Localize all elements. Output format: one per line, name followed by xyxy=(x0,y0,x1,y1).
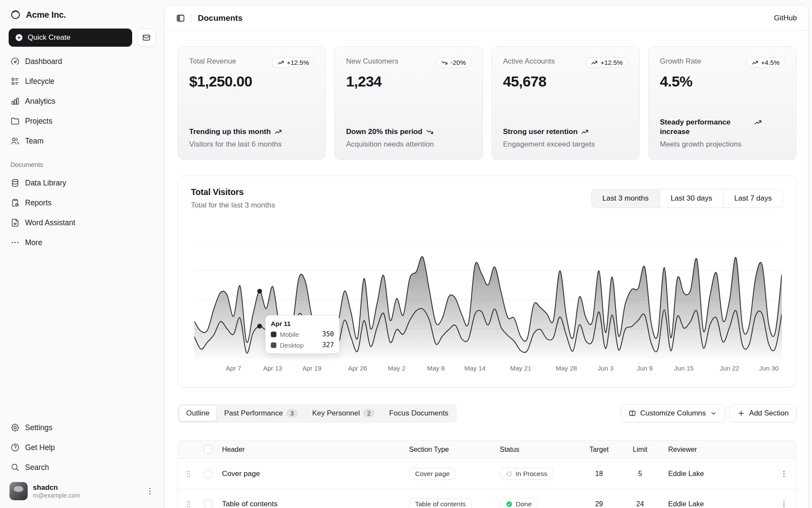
sidebar-item-get-help[interactable]: Get Help xyxy=(5,439,159,456)
col-status: Status xyxy=(495,446,582,454)
quick-create-button[interactable]: Quick Create xyxy=(9,29,132,47)
file-word-icon xyxy=(10,218,20,227)
plus-icon xyxy=(737,409,745,417)
sidebar-item-projects[interactable]: Projects xyxy=(5,112,159,130)
sidebar-item-settings[interactable]: Settings xyxy=(5,419,159,436)
stat-title: Growth Rate xyxy=(660,57,701,66)
sidebar-item-team[interactable]: Team xyxy=(5,132,159,150)
col-header: Header xyxy=(218,446,405,454)
time-range-toggle: Last 3 months Last 30 days Last 7 days xyxy=(591,189,783,208)
col-limit: Limit xyxy=(616,446,664,454)
x-tick-label: Jun 30 xyxy=(759,364,779,372)
footer-nav: Settings Get Help Search xyxy=(5,417,159,478)
stat-card-active-accounts: Active Accounts +12.5% 45,678 Strong use… xyxy=(492,46,640,160)
row-checkbox[interactable] xyxy=(204,470,213,478)
topbar: Documents GitHub xyxy=(165,6,808,31)
stat-card-growth-rate: Growth Rate +4.5% 4.5% Steady performanc… xyxy=(648,46,796,160)
row-checkbox[interactable] xyxy=(204,500,213,508)
acme-logo-icon xyxy=(10,10,21,20)
sidebar-item-dashboard[interactable]: Dashboard xyxy=(5,53,159,70)
users-icon xyxy=(10,136,20,146)
total-visitors-card: Total Visitors Total for the last 3 mont… xyxy=(178,176,796,387)
trending-up-icon xyxy=(274,128,282,136)
x-tick-label: Apr 13 xyxy=(263,364,282,372)
user-menu-kebab-icon[interactable] xyxy=(145,486,155,496)
brand[interactable]: Acme Inc. xyxy=(5,6,159,26)
trending-up-icon xyxy=(277,59,284,66)
report-icon xyxy=(10,198,20,208)
add-section-button[interactable]: Add Section xyxy=(730,404,796,422)
tab-outline[interactable]: Outline xyxy=(179,406,216,421)
range-last-30-days[interactable]: Last 30 days xyxy=(660,189,723,208)
sidebar-item-lifecycle[interactable]: Lifecycle xyxy=(5,73,159,90)
cell-reviewer[interactable]: Eddie Lake xyxy=(664,500,772,508)
range-last-3-months[interactable]: Last 3 months xyxy=(592,189,660,208)
drag-handle-icon[interactable] xyxy=(184,499,193,508)
trend-badge: +4.5% xyxy=(746,57,785,68)
cell-header[interactable]: Table of contents xyxy=(218,500,405,508)
sidebar-item-more[interactable]: More xyxy=(5,234,159,251)
stat-cards: Total Revenue +12.5% $1,250.00 Trending … xyxy=(178,46,796,160)
x-tick-label: May 2 xyxy=(388,364,406,372)
tab-focus-documents[interactable]: Focus Documents xyxy=(382,406,455,421)
sections-toolbar: Outline Past Performance3 Key Personnel2… xyxy=(178,404,796,423)
inbox-button[interactable] xyxy=(137,29,155,47)
cell-target[interactable]: 29 xyxy=(582,500,616,508)
cell-target[interactable]: 18 xyxy=(582,470,616,478)
sidebar-item-search[interactable]: Search xyxy=(5,459,159,476)
user-menu[interactable]: shadcn m@example.com xyxy=(5,478,159,500)
github-link[interactable]: GitHub xyxy=(774,14,797,22)
x-tick-label: May 14 xyxy=(464,364,485,372)
tab-past-performance[interactable]: Past Performance3 xyxy=(217,406,304,421)
desktop-swatch xyxy=(271,342,276,348)
stat-title: Active Accounts xyxy=(503,57,555,66)
x-tick-label: Jun 3 xyxy=(598,364,614,372)
x-tick-label: Jun 9 xyxy=(637,364,653,372)
select-all-checkbox[interactable] xyxy=(204,445,213,454)
x-tick-label: May 21 xyxy=(510,364,531,372)
trend-badge: -20% xyxy=(436,57,471,68)
sidebar-item-data-library[interactable]: Data Library xyxy=(5,174,159,192)
mobile-swatch xyxy=(271,332,276,337)
user-email: m@example.com xyxy=(33,492,140,500)
list-details-icon xyxy=(10,77,20,86)
sidebar-item-analytics[interactable]: Analytics xyxy=(5,93,159,110)
chart-bar-icon xyxy=(10,96,20,106)
table-row: Cover page Cover page In Process 18 5 Ed… xyxy=(178,459,796,489)
tooltip-row-desktop: Desktop 327 xyxy=(271,341,334,349)
visitors-area-chart[interactable]: Apr 7Apr 13Apr 19Apr 26May 2May 8May 14M… xyxy=(194,241,782,374)
row-actions-kebab-icon[interactable] xyxy=(780,470,788,478)
drag-handle-icon[interactable] xyxy=(184,469,193,479)
user-name: shadcn xyxy=(33,483,140,492)
x-tick-label: May 8 xyxy=(427,364,445,372)
loader-icon xyxy=(506,470,513,477)
main-panel: Documents GitHub Total Revenue +12.5% $1… xyxy=(164,5,809,508)
stat-card-total-revenue: Total Revenue +12.5% $1,250.00 Trending … xyxy=(178,46,326,160)
stat-value: 4.5% xyxy=(660,73,785,90)
database-icon xyxy=(10,178,20,188)
range-last-7-days[interactable]: Last 7 days xyxy=(723,189,783,208)
table-header-row: Header Section Type Status Target Limit … xyxy=(178,441,796,459)
sidebar-item-reports[interactable]: Reports xyxy=(5,194,159,211)
x-axis-labels: Apr 7Apr 13Apr 19Apr 26May 2May 8May 14M… xyxy=(194,364,782,374)
sidebar-toggle-button[interactable] xyxy=(176,13,185,23)
user-avatar xyxy=(10,482,28,500)
cell-reviewer[interactable]: Eddie Lake xyxy=(664,470,772,478)
x-tick-label: Apr 26 xyxy=(348,364,367,372)
stat-value: 45,678 xyxy=(503,73,628,90)
customize-columns-button[interactable]: Customize Columns xyxy=(621,404,725,422)
x-tick-label: May 28 xyxy=(556,364,577,372)
table-row: Table of contents Table of contents Done… xyxy=(178,489,796,508)
cell-limit[interactable]: 5 xyxy=(616,470,664,478)
tab-key-personnel[interactable]: Key Personnel2 xyxy=(305,406,381,421)
cell-header[interactable]: Cover page xyxy=(218,470,405,478)
sidebar-item-word-assistant[interactable]: Word Assistant xyxy=(5,214,159,231)
cell-limit[interactable]: 24 xyxy=(616,500,664,508)
check-circle-icon xyxy=(506,501,513,508)
stat-value: 1,234 xyxy=(346,73,471,90)
stat-title: New Customers xyxy=(346,57,398,66)
documents-nav: Data Library Reports Word Assistant More xyxy=(5,173,159,253)
status-badge: In Process xyxy=(500,468,553,480)
sections-table: Header Section Type Status Target Limit … xyxy=(178,440,796,508)
row-actions-kebab-icon[interactable] xyxy=(780,500,788,508)
